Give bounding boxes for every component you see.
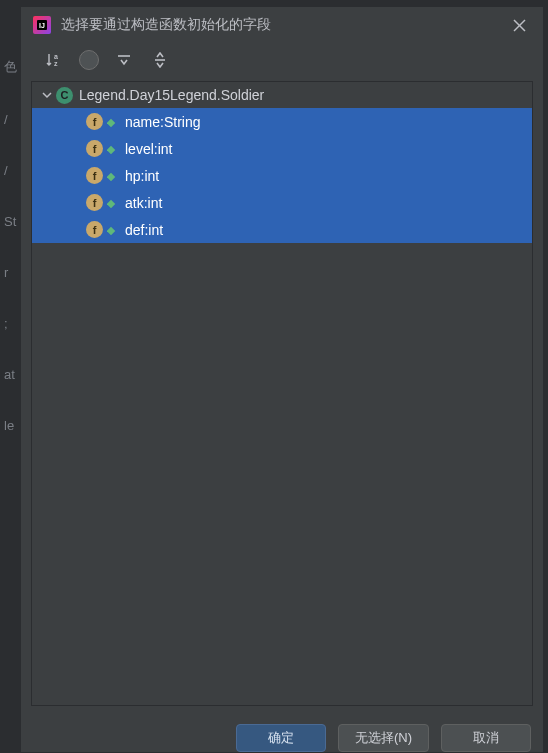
field-icon: f (86, 113, 103, 130)
class-icon: C (56, 87, 73, 104)
svg-rect-7 (107, 145, 115, 153)
svg-rect-8 (107, 172, 115, 180)
toolbar: a z (21, 43, 543, 81)
class-label: Legend.Day15Legend.Soldier (79, 87, 264, 103)
field-row[interactable]: f def:int (32, 216, 532, 243)
button-bar: 确定 无选择(N) 取消 (21, 716, 543, 752)
field-label: level:int (125, 141, 172, 157)
fields-tree[interactable]: C Legend.Day15Legend.Soldier f name:Stri… (31, 81, 533, 706)
field-row[interactable]: f name:String (32, 108, 532, 135)
visibility-default-icon (107, 117, 117, 127)
field-icon: f (86, 140, 103, 157)
sort-alpha-icon: a z (46, 52, 63, 69)
collapse-all-icon (152, 52, 168, 68)
field-icon: f (86, 221, 103, 238)
select-none-button[interactable]: 无选择(N) (338, 724, 429, 752)
cancel-button[interactable]: 取消 (441, 724, 531, 752)
expand-all-button[interactable] (113, 49, 135, 71)
expand-all-icon (116, 52, 132, 68)
svg-text:a: a (54, 53, 58, 60)
select-fields-dialog: IJ 选择要通过构造函数初始化的字段 a z (20, 6, 544, 753)
dialog-title: 选择要通过构造函数初始化的字段 (61, 16, 507, 34)
field-icon: f (86, 167, 103, 184)
chevron-down-icon[interactable] (40, 90, 54, 100)
sort-button[interactable]: a z (43, 49, 65, 71)
svg-rect-10 (107, 226, 115, 234)
tree-root-row[interactable]: C Legend.Day15Legend.Soldier (32, 82, 532, 108)
titlebar[interactable]: IJ 选择要通过构造函数初始化的字段 (21, 7, 543, 43)
field-row[interactable]: f level:int (32, 135, 532, 162)
collapse-all-button[interactable] (149, 49, 171, 71)
field-label: name:String (125, 114, 200, 130)
field-row[interactable]: f hp:int (32, 162, 532, 189)
app-icon: IJ (33, 16, 51, 34)
show-inherited-toggle[interactable] (79, 50, 99, 70)
close-icon (513, 19, 526, 32)
visibility-default-icon (107, 198, 117, 208)
field-label: hp:int (125, 168, 159, 184)
svg-text:z: z (54, 60, 58, 67)
field-row[interactable]: f atk:int (32, 189, 532, 216)
background-editor-gutter: 色 / / St r ; at le (0, 0, 20, 753)
svg-rect-6 (107, 118, 115, 126)
visibility-default-icon (107, 171, 117, 181)
visibility-default-icon (107, 144, 117, 154)
svg-rect-9 (107, 199, 115, 207)
visibility-default-icon (107, 225, 117, 235)
ok-button[interactable]: 确定 (236, 724, 326, 752)
field-label: def:int (125, 222, 163, 238)
field-label: atk:int (125, 195, 162, 211)
close-button[interactable] (507, 13, 531, 37)
field-icon: f (86, 194, 103, 211)
